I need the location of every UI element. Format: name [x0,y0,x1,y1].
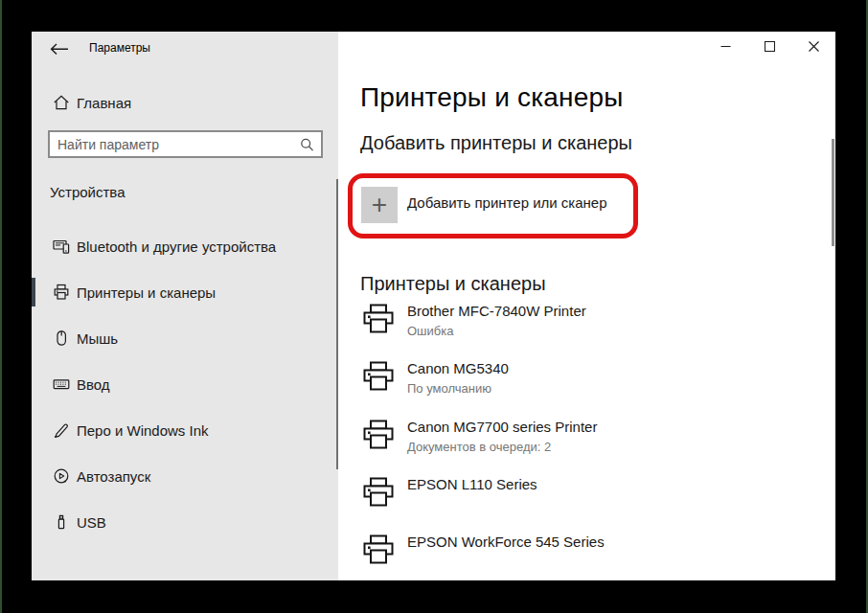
close-button[interactable] [791,32,835,62]
sidebar: Параметры Главная Устройства Bluetooth и… [32,32,338,580]
add-section-title: Добавить принтеры и сканеры [360,132,632,154]
sidebar-item-printers[interactable]: Принтеры и сканеры [32,273,338,311]
printer-name: EPSON WorkForce 545 Series [407,533,605,552]
devices-icon [53,238,70,255]
printer-status: Документов в очереди: 2 [407,439,597,456]
minimize-button[interactable] [703,32,747,62]
sidebar-item-typing[interactable]: Ввод [32,365,338,403]
page-title: Принтеры и сканеры [360,82,624,113]
plus-icon: + [361,187,398,223]
printer-icon [362,534,395,567]
printer-row[interactable]: Canon MG5340 По умолчанию [362,359,803,397]
printer-icon [53,284,70,301]
sidebar-item-home[interactable]: Главная [32,87,338,118]
printer-icon [362,477,395,510]
main-content: Принтеры и сканеры Добавить принтеры и с… [338,32,835,580]
search-icon[interactable] [300,137,314,151]
minimize-icon [720,40,731,55]
printer-row[interactable]: EPSON WorkForce 545 Series [362,533,803,567]
home-icon [53,94,70,111]
mouse-icon [53,329,70,347]
sidebar-item-pen[interactable]: Перо и Windows Ink [32,411,338,449]
screenshot-edge-artifact [0,0,2,613]
settings-window: Параметры Главная Устройства Bluetooth и… [32,32,835,580]
autoplay-icon [53,467,70,485]
close-icon [809,40,819,55]
maximize-icon [765,40,775,55]
usb-icon [53,513,70,531]
back-arrow-icon [50,43,69,58]
sidebar-item-label: Главная [77,95,131,111]
printer-name: EPSON L110 Series [407,475,537,494]
printer-row[interactable]: Brother MFC-7840W Printer Ошибка [362,302,803,340]
window-title: Параметры [89,41,150,55]
printer-icon [362,361,395,394]
back-button[interactable] [44,38,75,63]
printer-status: Ошибка [407,323,586,340]
printer-icon [362,304,395,336]
pen-icon [53,421,70,439]
sidebar-item-mouse[interactable]: Мышь [32,319,338,357]
search-box [48,130,323,158]
printer-row[interactable]: Canon MG7700 series Printer Документов в… [362,418,803,456]
printer-icon [362,420,395,452]
selected-indicator [32,278,35,306]
printer-row[interactable]: EPSON L110 Series [362,475,803,510]
printer-name: Brother MFC-7840W Printer [407,302,586,321]
sidebar-item-usb[interactable]: USB [32,503,338,541]
printer-name: Canon MG7700 series Printer [407,418,597,437]
sidebar-item-bluetooth[interactable]: Bluetooth и другие устройства [32,227,338,265]
sidebar-section-title: Устройства [50,184,125,200]
keyboard-icon [53,375,70,393]
caption-bar [703,32,835,62]
printer-status: По умолчанию [407,380,509,397]
printer-list-title: Принтеры и сканеры [360,273,546,295]
maximize-button[interactable] [747,32,791,62]
add-printer-button[interactable]: + Добавить принтер или сканер [361,187,634,229]
printer-name: Canon MG5340 [407,359,509,378]
main-scrollbar-thumb[interactable] [832,139,834,246]
search-input[interactable] [50,132,321,156]
add-printer-button-label: Добавить принтер или сканер [407,194,607,211]
sidebar-item-autoplay[interactable]: Автозапуск [32,457,338,495]
